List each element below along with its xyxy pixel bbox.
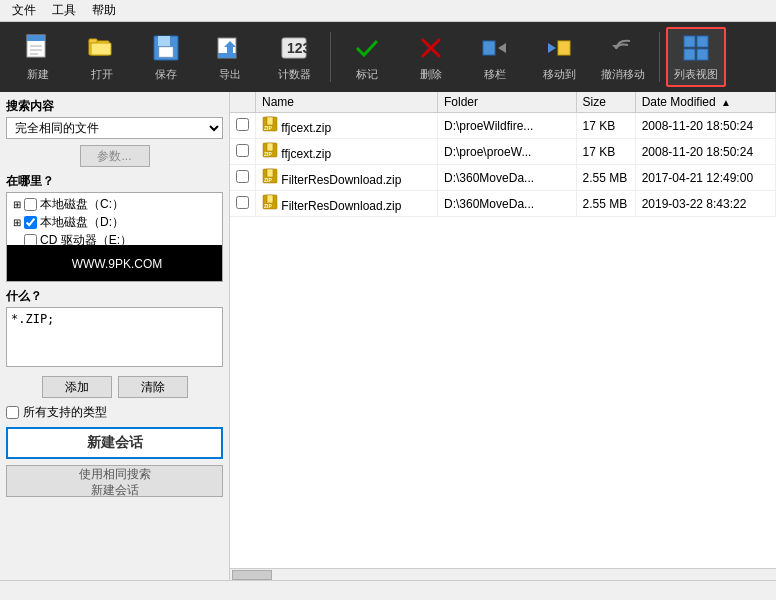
- unmove-icon: [607, 32, 639, 64]
- where-section: 在哪里？ ⊞ 本地磁盘（C:） ⊞ 本地磁盘（D:） ⊞ CD 驱动器（E:）: [6, 173, 223, 282]
- svg-rect-24: [697, 36, 708, 47]
- svg-rect-13: [218, 53, 236, 58]
- svg-text:ZIP: ZIP: [264, 151, 272, 157]
- new-session-button[interactable]: 新建会话: [6, 427, 223, 459]
- row-checkbox[interactable]: [236, 196, 249, 209]
- use-same-line1: 使用相同搜索: [7, 466, 222, 482]
- separator-1: [330, 32, 331, 82]
- new-button[interactable]: 新建: [8, 27, 68, 87]
- menu-help[interactable]: 帮助: [84, 0, 124, 21]
- save-button[interactable]: 保存: [136, 27, 196, 87]
- new-label: 新建: [27, 67, 49, 82]
- save-label: 保存: [155, 67, 177, 82]
- mark-label: 标记: [356, 67, 378, 82]
- where-title: 在哪里？: [6, 173, 223, 190]
- tree-label-d: 本地磁盘（D:）: [40, 214, 124, 231]
- row-checkbox-cell: [230, 113, 256, 139]
- col-header-date[interactable]: Date Modified ▲: [635, 92, 775, 113]
- row-checkbox[interactable]: [236, 170, 249, 183]
- export-icon: [214, 32, 246, 64]
- col-header-folder[interactable]: Folder: [438, 92, 576, 113]
- tree-check-c[interactable]: [24, 198, 37, 211]
- delete-icon: [415, 32, 447, 64]
- move-icon: [479, 32, 511, 64]
- clear-button[interactable]: 清除: [118, 376, 188, 398]
- row-name-cell: ZIP ffjcext.zip: [256, 139, 438, 165]
- row-date-cell: 2008-11-20 18:50:24: [635, 113, 775, 139]
- row-size-cell: 17 KB: [576, 113, 635, 139]
- col-header-size[interactable]: Size: [576, 92, 635, 113]
- table-row[interactable]: ZIP ffjcext.zip D:\proeWildfire... 17 KB…: [230, 113, 776, 139]
- all-types-row: 所有支持的类型: [6, 404, 223, 421]
- moveto-button[interactable]: 移动到: [529, 27, 589, 87]
- what-section: 什么？ *.ZIP;: [6, 288, 223, 370]
- svg-text:ZIP: ZIP: [264, 177, 272, 183]
- svg-rect-37: [267, 195, 273, 203]
- left-panel: 搜索内容 完全相同的文件 相似文件 参数... 在哪里？ ⊞ 本地磁盘（C:） …: [0, 92, 230, 580]
- move-button[interactable]: 移栏: [465, 27, 525, 87]
- file-name: ffjcext.zip: [281, 121, 331, 135]
- row-name-cell: ZIP FilterResDownload.zip: [256, 165, 438, 191]
- row-checkbox-cell: [230, 191, 256, 217]
- table-row[interactable]: ZIP FilterResDownload.zip D:\360MoveDa..…: [230, 191, 776, 217]
- right-panel: Name Folder Size Date Modified ▲ ZIP: [230, 92, 776, 580]
- row-date-cell: 2019-03-22 8:43:22: [635, 191, 775, 217]
- svg-text:ZIP: ZIP: [264, 203, 272, 209]
- location-tree[interactable]: ⊞ 本地磁盘（C:） ⊞ 本地磁盘（D:） ⊞ CD 驱动器（E:） WWW.9…: [6, 192, 223, 282]
- tree-check-d[interactable]: [24, 216, 37, 229]
- watermark-text: WWW.9PK.COM: [72, 257, 163, 271]
- svg-rect-7: [91, 43, 111, 55]
- tree-expand-root: ⊞ 本地磁盘（C:）: [9, 195, 220, 213]
- use-same-search-button[interactable]: 使用相同搜索 新建会话: [6, 465, 223, 497]
- row-checkbox[interactable]: [236, 144, 249, 157]
- menu-file[interactable]: 文件: [4, 0, 44, 21]
- svg-marker-19: [498, 43, 506, 53]
- table-row[interactable]: ZIP FilterResDownload.zip D:\360MoveDa..…: [230, 165, 776, 191]
- svg-rect-23: [684, 36, 695, 47]
- svg-rect-6: [89, 39, 97, 43]
- open-button[interactable]: 打开: [72, 27, 132, 87]
- search-type-select[interactable]: 完全相同的文件 相似文件: [6, 117, 223, 139]
- mark-button[interactable]: 标记: [337, 27, 397, 87]
- params-button[interactable]: 参数...: [80, 145, 150, 167]
- add-button[interactable]: 添加: [42, 376, 112, 398]
- all-types-label: 所有支持的类型: [23, 404, 107, 421]
- open-label: 打开: [91, 67, 113, 82]
- export-label: 导出: [219, 67, 241, 82]
- row-name-cell: ZIP ffjcext.zip: [256, 113, 438, 139]
- svg-rect-28: [267, 117, 273, 125]
- search-content-section: 搜索内容 完全相同的文件 相似文件: [6, 98, 223, 139]
- row-folder-cell: D:\360MoveDa...: [438, 191, 576, 217]
- delete-button[interactable]: 删除: [401, 27, 461, 87]
- svg-marker-21: [548, 43, 556, 53]
- svg-rect-34: [267, 169, 273, 177]
- row-name-cell: ZIP FilterResDownload.zip: [256, 191, 438, 217]
- listview-button[interactable]: 列表视图: [666, 27, 726, 87]
- row-date-cell: 2008-11-20 18:50:24: [635, 139, 775, 165]
- horizontal-scrollbar[interactable]: [230, 568, 776, 580]
- svg-marker-22: [612, 45, 620, 49]
- counter-button[interactable]: 123 计数器: [264, 27, 324, 87]
- tree-expand-d: ⊞ 本地磁盘（D:）: [9, 213, 220, 231]
- menu-tools[interactable]: 工具: [44, 0, 84, 21]
- toolbar: 新建 打开 保存: [0, 22, 776, 92]
- delete-label: 删除: [420, 67, 442, 82]
- row-size-cell: 17 KB: [576, 139, 635, 165]
- row-checkbox-cell: [230, 165, 256, 191]
- status-bar: [0, 580, 776, 600]
- row-size-cell: 2.55 MB: [576, 165, 635, 191]
- svg-rect-26: [697, 49, 708, 60]
- col-header-name[interactable]: Name: [256, 92, 438, 113]
- search-content-title: 搜索内容: [6, 98, 223, 115]
- row-folder-cell: D:\proeWildfire...: [438, 113, 576, 139]
- what-input[interactable]: *.ZIP;: [6, 307, 223, 367]
- file-icon: ZIP: [262, 199, 278, 213]
- row-checkbox[interactable]: [236, 118, 249, 131]
- table-row[interactable]: ZIP ffjcext.zip D:\proe\proeW... 17 KB 2…: [230, 139, 776, 165]
- listview-icon: [680, 32, 712, 64]
- scroll-thumb[interactable]: [232, 570, 272, 580]
- export-button[interactable]: 导出: [200, 27, 260, 87]
- svg-text:123: 123: [287, 40, 309, 56]
- all-types-checkbox[interactable]: [6, 406, 19, 419]
- unmove-button[interactable]: 撤消移动: [593, 27, 653, 87]
